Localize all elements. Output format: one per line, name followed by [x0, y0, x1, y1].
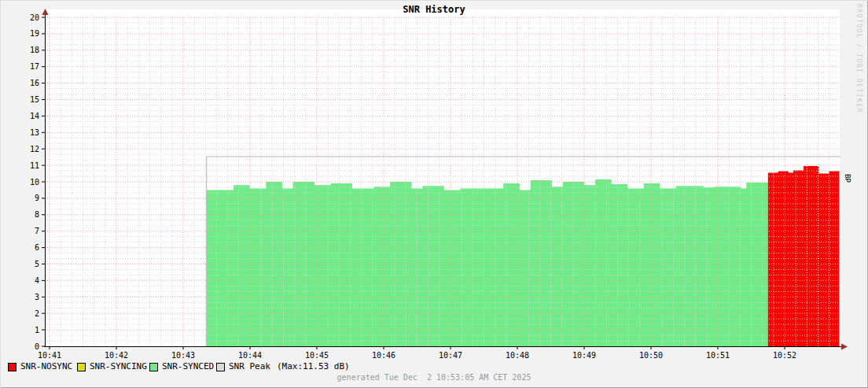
svg-text:0: 0 — [35, 342, 39, 351]
legend-label-syncing: SNR-SYNCING — [90, 361, 147, 371]
svg-text:4: 4 — [35, 276, 39, 285]
svg-text:14: 14 — [30, 112, 39, 120]
legend-label-nosync: SNR-NOSYNC — [20, 361, 72, 371]
svg-text:10:48: 10:48 — [506, 351, 529, 360]
legend-swatch-syncing — [77, 363, 86, 371]
legend-max-note: (Max:11.53 dB) — [277, 361, 350, 371]
right-axis-label: BP — [844, 174, 851, 183]
legend-label-peak: SNR Peak — [229, 361, 270, 371]
svg-text:2: 2 — [35, 309, 39, 318]
svg-text:3: 3 — [35, 293, 39, 301]
svg-text:10:50: 10:50 — [639, 351, 663, 360]
svg-text:10:52: 10:52 — [773, 351, 796, 360]
svg-text:10:44: 10:44 — [238, 351, 262, 360]
svg-text:19: 19 — [30, 29, 39, 38]
snr-chart-canvas: 0123456789101112131415161718192010:4110:… — [0, 0, 868, 388]
legend-swatch-synced — [149, 363, 158, 371]
svg-text:16: 16 — [30, 79, 39, 87]
legend-swatch-nosync — [8, 363, 17, 371]
svg-text:10:43: 10:43 — [171, 351, 195, 360]
legend-label-synced: SNR-SYNCED — [162, 361, 214, 371]
svg-text:8: 8 — [35, 210, 39, 219]
generated-timestamp: generated Tue Dec 2 10:53:05 AM CET 2025 — [0, 373, 868, 382]
svg-text:12: 12 — [30, 145, 39, 153]
rrdtool-watermark: RRDTOOL / TOBI OETIKER — [855, 4, 862, 113]
svg-text:17: 17 — [30, 62, 39, 71]
svg-text:10:49: 10:49 — [572, 351, 596, 360]
svg-text:6: 6 — [35, 243, 39, 252]
svg-text:11: 11 — [30, 161, 39, 170]
chart-title: SNR History — [0, 4, 868, 15]
svg-text:10:47: 10:47 — [439, 351, 462, 360]
svg-text:15: 15 — [30, 95, 39, 104]
svg-text:10:45: 10:45 — [305, 351, 329, 360]
svg-text:1: 1 — [35, 326, 39, 334]
svg-text:10: 10 — [30, 178, 39, 187]
svg-text:10:42: 10:42 — [105, 351, 128, 360]
svg-text:10:51: 10:51 — [706, 351, 730, 360]
snr-history-graph: 0123456789101112131415161718192010:4110:… — [0, 0, 868, 388]
svg-text:10:46: 10:46 — [372, 351, 395, 360]
svg-text:5: 5 — [35, 260, 39, 268]
svg-text:7: 7 — [35, 227, 39, 235]
svg-text:9: 9 — [35, 194, 39, 202]
svg-text:13: 13 — [30, 128, 39, 137]
legend-swatch-peak — [216, 363, 225, 371]
svg-text:10:41: 10:41 — [38, 351, 61, 360]
svg-text:18: 18 — [30, 46, 39, 54]
